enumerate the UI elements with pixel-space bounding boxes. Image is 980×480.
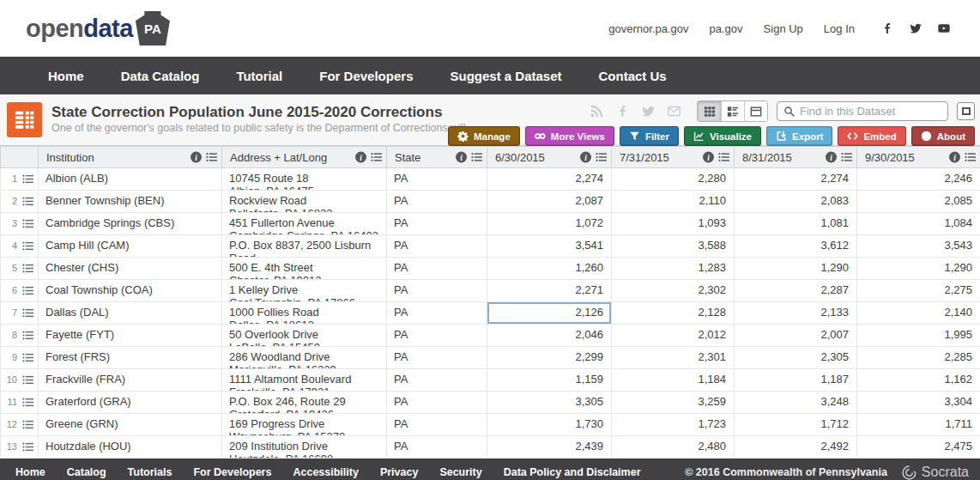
twitter-icon[interactable] bbox=[909, 21, 923, 35]
nav-item-data-catalog[interactable]: Data Catalog bbox=[121, 69, 200, 83]
cell-address[interactable]: P.O. Box 246, Route 29Graterford, PA 194… bbox=[222, 392, 387, 414]
cell-value[interactable]: 3,248 bbox=[735, 392, 857, 414]
cell-value[interactable]: 1,093 bbox=[612, 213, 735, 235]
cell-value[interactable]: 2,285 bbox=[857, 347, 980, 369]
cell-value[interactable]: 3,543 bbox=[857, 235, 980, 258]
cell-institution[interactable]: Dallas (DAL) bbox=[39, 302, 222, 325]
column-header-7-31-2015[interactable]: 7/31/2015i bbox=[612, 147, 735, 168]
embed-button[interactable]: Embed bbox=[838, 126, 905, 146]
row-menu-icon[interactable] bbox=[22, 331, 33, 340]
cell-institution[interactable]: Greene (GRN) bbox=[39, 414, 222, 436]
page-view-toggle-button[interactable] bbox=[721, 101, 744, 121]
cell-state[interactable]: PA bbox=[387, 213, 487, 235]
cell-value[interactable]: 1,187 bbox=[735, 369, 857, 392]
cell-value[interactable]: 1,290 bbox=[735, 258, 857, 280]
cell-value[interactable]: 2,439 bbox=[487, 436, 612, 459]
nav-item-for-developers[interactable]: For Developers bbox=[319, 69, 413, 83]
row-menu-icon[interactable] bbox=[22, 398, 33, 407]
column-menu-icon[interactable] bbox=[965, 153, 976, 162]
cell-institution[interactable]: Camp Hill (CAM) bbox=[39, 235, 222, 258]
row-menu-icon[interactable] bbox=[22, 286, 33, 295]
socrata-logo[interactable]: Socrata bbox=[901, 465, 969, 480]
cell-institution[interactable]: Coal Township (COA) bbox=[39, 280, 222, 302]
cell-state[interactable]: PA bbox=[387, 302, 487, 325]
info-icon[interactable]: i bbox=[580, 152, 591, 163]
cell-state[interactable]: PA bbox=[387, 235, 487, 258]
column-menu-icon[interactable] bbox=[841, 153, 852, 162]
cell-institution[interactable]: Chester (CHS) bbox=[39, 258, 222, 280]
cell-value[interactable]: 2,012 bbox=[612, 325, 735, 347]
nav-item-suggest-a-dataset[interactable]: Suggest a Dataset bbox=[450, 69, 561, 83]
cell-value[interactable]: 2,480 bbox=[612, 436, 735, 459]
more-views-button[interactable]: More Views bbox=[525, 126, 614, 146]
cell-value[interactable]: 2,492 bbox=[735, 436, 857, 459]
cell-address[interactable]: 1111 Altamont BoulevardFrackville, PA 17… bbox=[222, 369, 387, 392]
cell-value[interactable]: 2,110 bbox=[612, 191, 735, 213]
cell-state[interactable]: PA bbox=[387, 258, 487, 280]
cell-state[interactable]: PA bbox=[387, 414, 487, 436]
cell-value[interactable]: 2,140 bbox=[857, 302, 980, 325]
cell-value[interactable]: 2,299 bbox=[487, 347, 612, 369]
visualize-button[interactable]: Visualize bbox=[684, 126, 761, 146]
cell-value[interactable]: 2,246 bbox=[857, 168, 980, 191]
cell-state[interactable]: PA bbox=[387, 347, 487, 369]
facebook-share-icon[interactable] bbox=[615, 104, 630, 118]
cell-value[interactable]: 2,305 bbox=[735, 347, 857, 369]
info-icon[interactable]: i bbox=[355, 152, 366, 163]
cell-institution[interactable]: Forest (FRS) bbox=[39, 347, 222, 369]
youtube-icon[interactable] bbox=[937, 21, 951, 35]
cell-value[interactable]: 1,723 bbox=[612, 414, 735, 436]
topbar-link-pa-gov[interactable]: pa.gov bbox=[710, 22, 743, 35]
cell-institution[interactable]: Graterford (GRA) bbox=[39, 392, 222, 414]
row-menu-icon[interactable] bbox=[22, 197, 33, 206]
cell-state[interactable]: PA bbox=[387, 191, 487, 213]
cell-address[interactable]: 1000 Follies RoadDallas, PA 18612 bbox=[222, 302, 387, 325]
cell-value[interactable]: 1,730 bbox=[487, 414, 612, 436]
topbar-link-governor-pa-gov[interactable]: governor.pa.gov bbox=[608, 22, 688, 35]
cell-value[interactable]: 1,712 bbox=[735, 414, 857, 436]
cell-value[interactable]: 2,301 bbox=[612, 347, 735, 369]
cell-value[interactable]: 2,475 bbox=[857, 436, 980, 459]
cell-address[interactable]: Rockview RoadBellefonte, PA 16823 bbox=[222, 191, 387, 213]
cell-state[interactable]: PA bbox=[387, 168, 487, 191]
row-menu-icon[interactable] bbox=[22, 308, 33, 318]
cell-institution[interactable]: Frackville (FRA) bbox=[39, 369, 222, 392]
column-menu-icon[interactable] bbox=[596, 153, 607, 162]
cell-value[interactable]: 2,274 bbox=[487, 168, 612, 191]
cell-institution[interactable]: Benner Township (BEN) bbox=[39, 191, 222, 213]
row-menu-icon[interactable] bbox=[22, 420, 33, 429]
cell-address[interactable]: 169 Progress DriveWaynesburg, PA 15370 bbox=[222, 414, 387, 436]
footer-link-for-developers[interactable]: For Developers bbox=[193, 466, 271, 478]
cell-state[interactable]: PA bbox=[387, 325, 487, 347]
cell-state[interactable]: PA bbox=[387, 369, 487, 392]
cell-value[interactable]: 3,259 bbox=[612, 392, 735, 414]
cell-address[interactable]: 10745 Route 18Albion, PA 16475 bbox=[222, 168, 387, 191]
cell-value[interactable]: 2,275 bbox=[857, 280, 980, 302]
row-view-toggle-button[interactable] bbox=[744, 101, 767, 121]
cell-value[interactable]: 2,083 bbox=[735, 191, 857, 213]
footer-link-accessibility[interactable]: Accessibility bbox=[293, 466, 358, 478]
cell-address[interactable]: 500 E. 4th StreetChester, PA 19013 bbox=[222, 258, 387, 280]
dataset-description[interactable]: One of the governor's goals related to p… bbox=[51, 121, 475, 136]
info-icon[interactable]: i bbox=[949, 152, 960, 163]
opendata-pa-logo[interactable]: opendata PA bbox=[26, 11, 170, 46]
cell-value[interactable]: 1,162 bbox=[857, 369, 980, 392]
topbar-link-sign-up[interactable]: Sign Up bbox=[764, 22, 803, 35]
find-in-dataset-search[interactable] bbox=[777, 101, 948, 121]
cell-institution[interactable]: Albion (ALB) bbox=[39, 168, 222, 191]
column-header-institution[interactable]: Institutioni bbox=[39, 147, 222, 168]
cell-address[interactable]: P.O. Box 8837, 2500 Lisburn RoadCamp Hil… bbox=[222, 235, 387, 258]
column-header-9-30-2015[interactable]: 9/30/2015i bbox=[857, 147, 980, 168]
topbar-link-log-in[interactable]: Log In bbox=[824, 22, 855, 35]
column-menu-icon[interactable] bbox=[371, 153, 382, 162]
cell-value[interactable]: 3,588 bbox=[612, 235, 735, 258]
nav-item-home[interactable]: Home bbox=[48, 69, 84, 83]
about-button[interactable]: About bbox=[911, 126, 975, 146]
cell-institution[interactable]: Houtzdale (HOU) bbox=[39, 436, 222, 459]
cell-value[interactable]: 2,046 bbox=[487, 325, 612, 347]
footer-link-data-policy-and-disclaimer[interactable]: Data Policy and Disclaimer bbox=[504, 466, 641, 478]
export-button[interactable]: Export bbox=[766, 126, 832, 146]
cell-address[interactable]: 451 Fullerton AvenueCambridge Springs, P… bbox=[222, 213, 387, 235]
facebook-icon[interactable] bbox=[880, 21, 894, 35]
cell-address[interactable]: 286 Woodland DriveMarienville, PA 16239 bbox=[222, 347, 387, 369]
